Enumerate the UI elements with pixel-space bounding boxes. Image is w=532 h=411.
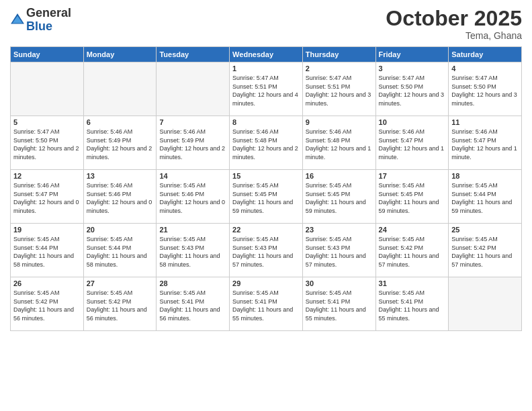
- day-info: Sunrise: 5:45 AM Sunset: 5:43 PM Dayligh…: [232, 235, 300, 269]
- week-row-3: 12 Sunrise: 5:46 AM Sunset: 5:47 PM Dayl…: [11, 170, 522, 224]
- day-info: Sunrise: 5:45 AM Sunset: 5:46 PM Dayligh…: [159, 181, 226, 215]
- day-info: Sunrise: 5:45 AM Sunset: 5:44 PM Dayligh…: [451, 181, 519, 215]
- day-info: Sunrise: 5:47 AM Sunset: 5:50 PM Dayligh…: [379, 74, 446, 107]
- day-number: 21: [159, 226, 226, 234]
- day-number: 20: [87, 226, 154, 234]
- day-info: Sunrise: 5:47 AM Sunset: 5:50 PM Dayligh…: [13, 128, 81, 161]
- day-cell-3: 3 Sunrise: 5:47 AM Sunset: 5:50 PM Dayli…: [375, 62, 449, 116]
- logo-icon: [10, 13, 25, 28]
- day-cell-empty: [11, 62, 84, 116]
- day-cell-30: 30 Sunrise: 5:45 AM Sunset: 5:41 PM Dayl…: [302, 277, 375, 331]
- day-cell-4: 4 Sunrise: 5:47 AM Sunset: 5:50 PM Dayli…: [449, 62, 522, 116]
- day-number: 23: [306, 226, 373, 234]
- day-number: 1: [232, 64, 300, 73]
- logo: General Blue: [10, 7, 71, 34]
- week-row-5: 26 Sunrise: 5:45 AM Sunset: 5:42 PM Dayl…: [11, 277, 522, 331]
- col-saturday: Saturday: [449, 47, 522, 62]
- day-number: 25: [451, 226, 519, 234]
- day-info: Sunrise: 5:47 AM Sunset: 5:51 PM Dayligh…: [306, 74, 373, 107]
- day-cell-15: 15 Sunrise: 5:45 AM Sunset: 5:45 PM Dayl…: [230, 170, 303, 224]
- col-friday: Friday: [375, 47, 449, 62]
- day-cell-empty: [83, 62, 157, 116]
- day-number: 3: [379, 64, 446, 73]
- day-info: Sunrise: 5:46 AM Sunset: 5:47 PM Dayligh…: [451, 128, 519, 161]
- day-number: 12: [13, 172, 81, 180]
- logo-blue-text: Blue: [26, 19, 52, 33]
- day-cell-24: 24 Sunrise: 5:45 AM Sunset: 5:42 PM Dayl…: [375, 224, 449, 277]
- day-info: Sunrise: 5:45 AM Sunset: 5:42 PM Dayligh…: [87, 289, 154, 322]
- day-cell-22: 22 Sunrise: 5:45 AM Sunset: 5:43 PM Dayl…: [230, 224, 303, 277]
- day-number: 28: [159, 279, 226, 287]
- day-info: Sunrise: 5:46 AM Sunset: 5:48 PM Dayligh…: [232, 128, 300, 161]
- week-row-1: 1 Sunrise: 5:47 AM Sunset: 5:51 PM Dayli…: [11, 62, 522, 116]
- day-info: Sunrise: 5:45 AM Sunset: 5:42 PM Dayligh…: [13, 289, 81, 322]
- day-number: 26: [13, 279, 81, 287]
- day-cell-9: 9 Sunrise: 5:46 AM Sunset: 5:48 PM Dayli…: [302, 116, 375, 170]
- col-tuesday: Tuesday: [157, 47, 230, 62]
- day-cell-16: 16 Sunrise: 5:45 AM Sunset: 5:45 PM Dayl…: [302, 170, 375, 224]
- day-number: 13: [87, 172, 154, 180]
- day-cell-1: 1 Sunrise: 5:47 AM Sunset: 5:51 PM Dayli…: [230, 62, 303, 116]
- day-info: Sunrise: 5:45 AM Sunset: 5:44 PM Dayligh…: [87, 235, 154, 269]
- location: Tema, Ghana: [386, 30, 522, 41]
- day-cell-25: 25 Sunrise: 5:45 AM Sunset: 5:42 PM Dayl…: [449, 224, 522, 277]
- day-cell-10: 10 Sunrise: 5:46 AM Sunset: 5:47 PM Dayl…: [375, 116, 449, 170]
- day-number: 10: [379, 118, 446, 126]
- day-info: Sunrise: 5:45 AM Sunset: 5:42 PM Dayligh…: [451, 235, 519, 269]
- day-cell-14: 14 Sunrise: 5:45 AM Sunset: 5:46 PM Dayl…: [157, 170, 230, 224]
- day-number: 22: [232, 226, 300, 234]
- day-info: Sunrise: 5:46 AM Sunset: 5:49 PM Dayligh…: [87, 128, 154, 161]
- col-monday: Monday: [83, 47, 157, 62]
- col-sunday: Sunday: [11, 47, 84, 62]
- day-info: Sunrise: 5:47 AM Sunset: 5:51 PM Dayligh…: [232, 74, 300, 107]
- day-cell-29: 29 Sunrise: 5:45 AM Sunset: 5:41 PM Dayl…: [230, 277, 303, 331]
- day-number: 5: [13, 118, 81, 126]
- col-thursday: Thursday: [302, 47, 375, 62]
- week-row-2: 5 Sunrise: 5:47 AM Sunset: 5:50 PM Dayli…: [11, 116, 522, 170]
- day-cell-6: 6 Sunrise: 5:46 AM Sunset: 5:49 PM Dayli…: [83, 116, 157, 170]
- day-cell-7: 7 Sunrise: 5:46 AM Sunset: 5:49 PM Dayli…: [157, 116, 230, 170]
- day-number: 19: [13, 226, 81, 234]
- calendar-container: General Blue October 2025 Tema, Ghana Su…: [0, 0, 532, 411]
- day-info: Sunrise: 5:45 AM Sunset: 5:41 PM Dayligh…: [306, 289, 373, 322]
- day-number: 15: [232, 172, 300, 180]
- title-block: October 2025 Tema, Ghana: [386, 7, 522, 41]
- day-info: Sunrise: 5:45 AM Sunset: 5:41 PM Dayligh…: [232, 289, 300, 322]
- day-cell-5: 5 Sunrise: 5:47 AM Sunset: 5:50 PM Dayli…: [11, 116, 84, 170]
- day-number: 31: [379, 279, 446, 287]
- day-info: Sunrise: 5:45 AM Sunset: 5:45 PM Dayligh…: [232, 181, 300, 215]
- day-number: 2: [306, 64, 373, 73]
- day-info: Sunrise: 5:45 AM Sunset: 5:44 PM Dayligh…: [13, 235, 81, 269]
- day-info: Sunrise: 5:45 AM Sunset: 5:45 PM Dayligh…: [306, 181, 373, 215]
- day-info: Sunrise: 5:45 AM Sunset: 5:45 PM Dayligh…: [379, 181, 446, 215]
- day-info: Sunrise: 5:46 AM Sunset: 5:46 PM Dayligh…: [87, 181, 154, 215]
- day-info: Sunrise: 5:46 AM Sunset: 5:48 PM Dayligh…: [306, 128, 373, 161]
- day-number: 9: [306, 118, 373, 126]
- day-cell-26: 26 Sunrise: 5:45 AM Sunset: 5:42 PM Dayl…: [11, 277, 84, 331]
- day-cell-12: 12 Sunrise: 5:46 AM Sunset: 5:47 PM Dayl…: [11, 170, 84, 224]
- day-info: Sunrise: 5:45 AM Sunset: 5:41 PM Dayligh…: [379, 289, 446, 322]
- day-number: 29: [232, 279, 300, 287]
- day-cell-13: 13 Sunrise: 5:46 AM Sunset: 5:46 PM Dayl…: [83, 170, 157, 224]
- day-info: Sunrise: 5:45 AM Sunset: 5:42 PM Dayligh…: [379, 235, 446, 269]
- day-cell-empty: [449, 277, 522, 331]
- day-cell-18: 18 Sunrise: 5:45 AM Sunset: 5:44 PM Dayl…: [449, 170, 522, 224]
- col-wednesday: Wednesday: [230, 47, 303, 62]
- day-cell-empty: [157, 62, 230, 116]
- day-cell-27: 27 Sunrise: 5:45 AM Sunset: 5:42 PM Dayl…: [83, 277, 157, 331]
- day-number: 17: [379, 172, 446, 180]
- day-number: 30: [306, 279, 373, 287]
- day-info: Sunrise: 5:46 AM Sunset: 5:47 PM Dayligh…: [379, 128, 446, 161]
- day-info: Sunrise: 5:45 AM Sunset: 5:43 PM Dayligh…: [306, 235, 373, 269]
- day-cell-19: 19 Sunrise: 5:45 AM Sunset: 5:44 PM Dayl…: [11, 224, 84, 277]
- day-cell-11: 11 Sunrise: 5:46 AM Sunset: 5:47 PM Dayl…: [449, 116, 522, 170]
- day-info: Sunrise: 5:46 AM Sunset: 5:47 PM Dayligh…: [13, 181, 81, 215]
- day-cell-2: 2 Sunrise: 5:47 AM Sunset: 5:51 PM Dayli…: [302, 62, 375, 116]
- calendar-header-row: Sunday Monday Tuesday Wednesday Thursday…: [11, 47, 522, 62]
- day-cell-8: 8 Sunrise: 5:46 AM Sunset: 5:48 PM Dayli…: [230, 116, 303, 170]
- day-number: 24: [379, 226, 446, 234]
- calendar-table: Sunday Monday Tuesday Wednesday Thursday…: [10, 46, 522, 331]
- day-number: 18: [451, 172, 519, 180]
- day-number: 11: [451, 118, 519, 126]
- day-cell-17: 17 Sunrise: 5:45 AM Sunset: 5:45 PM Dayl…: [375, 170, 449, 224]
